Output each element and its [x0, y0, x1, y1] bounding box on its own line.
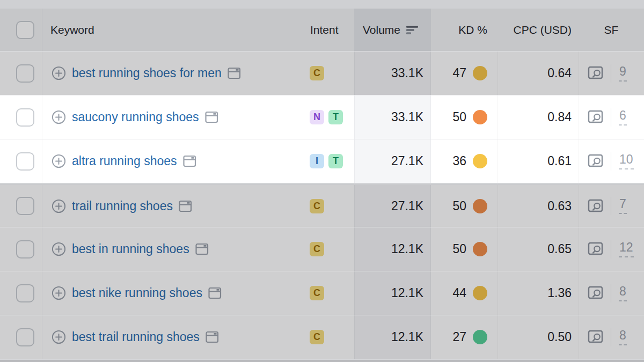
- row-checkbox[interactable]: [16, 197, 34, 215]
- serp-preview-icon[interactable]: [179, 200, 192, 212]
- sf-count-link[interactable]: 7: [619, 198, 627, 214]
- row-checkbox-cell: [0, 185, 42, 227]
- sf-divider: [611, 284, 611, 302]
- keyword-link[interactable]: best in running shoes: [72, 242, 189, 256]
- add-keyword-icon[interactable]: [52, 330, 66, 344]
- keyword-cell: altra running shoes: [42, 139, 301, 183]
- keyword-table: Keyword Intent Volume KD % CPC (USD) SF: [0, 0, 644, 362]
- analyze-serp-icon[interactable]: [588, 65, 604, 81]
- intent-cell: IT: [301, 139, 354, 183]
- select-all-checkbox[interactable]: [16, 21, 34, 39]
- add-keyword-icon[interactable]: [52, 154, 66, 168]
- header-checkbox-cell: [0, 9, 42, 51]
- add-keyword-icon[interactable]: [52, 199, 66, 213]
- intent-cell: NT: [301, 95, 354, 139]
- intent-cell: C: [301, 185, 354, 227]
- serp-preview-icon[interactable]: [208, 287, 222, 299]
- serp-preview-icon[interactable]: [206, 331, 219, 343]
- sf-count-link[interactable]: 8: [619, 329, 627, 345]
- keyword-link[interactable]: best nike running shoes: [72, 286, 202, 300]
- sf-count-link[interactable]: 8: [619, 285, 627, 301]
- table-row: trail running shoes C 27.1K 50 0.63: [0, 183, 644, 227]
- sf-cell: 12: [579, 227, 644, 271]
- sf-cell: 7: [579, 185, 644, 227]
- row-checkbox-cell: [0, 95, 42, 139]
- sf-divider: [611, 108, 611, 127]
- sf-count-link[interactable]: 10: [619, 153, 634, 169]
- row-checkbox-cell: [0, 315, 42, 359]
- keyword-cell: best in running shoes: [42, 227, 301, 271]
- keyword-cell: best nike running shoes: [42, 271, 301, 315]
- serp-preview-icon[interactable]: [205, 111, 218, 123]
- keyword-cell: saucony running shoes: [42, 95, 301, 139]
- top-strip: [0, 0, 644, 9]
- serp-preview-icon[interactable]: [183, 155, 196, 167]
- column-header-sf[interactable]: SF: [579, 9, 644, 51]
- kd-difficulty-dot: [473, 199, 487, 213]
- analyze-serp-icon[interactable]: [588, 109, 604, 125]
- sf-count-link[interactable]: 6: [619, 109, 627, 125]
- cpc-value: 0.61: [547, 154, 572, 168]
- add-keyword-icon[interactable]: [52, 66, 66, 80]
- column-header-kd[interactable]: KD %: [431, 9, 497, 51]
- serp-preview-icon[interactable]: [195, 243, 209, 255]
- column-header-sf-label: SF: [604, 24, 619, 36]
- kd-value: 44: [452, 286, 466, 300]
- analyze-serp-icon[interactable]: [588, 241, 604, 257]
- column-header-volume-label: Volume: [363, 24, 400, 36]
- kd-cell: 50: [431, 95, 497, 139]
- analyze-serp-icon[interactable]: [588, 285, 604, 301]
- kd-cell: 47: [431, 51, 497, 95]
- cpc-cell: 0.64: [497, 51, 579, 95]
- volume-value: 12.1K: [391, 242, 423, 256]
- keyword-link[interactable]: saucony running shoes: [72, 110, 199, 124]
- intent-badge-T: T: [328, 154, 343, 168]
- sf-cell: 10: [579, 139, 644, 183]
- analyze-serp-icon[interactable]: [588, 153, 604, 169]
- cpc-value: 0.64: [547, 66, 572, 80]
- intent-badge-N: N: [310, 110, 324, 124]
- row-checkbox[interactable]: [16, 64, 34, 83]
- kd-cell: 27: [431, 315, 497, 359]
- cpc-cell: 0.65: [497, 227, 579, 271]
- row-checkbox-cell: [0, 51, 42, 95]
- kd-value: 27: [452, 330, 466, 344]
- analyze-serp-icon[interactable]: [588, 198, 604, 214]
- sort-descending-icon: [406, 25, 420, 35]
- volume-cell: 27.1K: [354, 139, 431, 183]
- kd-value: 50: [452, 110, 466, 124]
- row-checkbox[interactable]: [16, 108, 34, 127]
- serp-preview-icon[interactable]: [228, 67, 241, 79]
- row-checkbox[interactable]: [16, 240, 34, 258]
- intent-badge-T: T: [328, 110, 343, 124]
- row-checkbox[interactable]: [16, 284, 34, 302]
- keyword-link[interactable]: best trail running shoes: [72, 330, 200, 344]
- kd-value: 50: [452, 242, 466, 256]
- sf-cell: 8: [579, 271, 644, 315]
- add-keyword-icon[interactable]: [52, 286, 66, 300]
- kd-difficulty-dot: [473, 242, 487, 256]
- sf-count-link[interactable]: 12: [619, 241, 634, 257]
- cpc-cell: 0.84: [497, 95, 579, 139]
- cpc-value: 0.63: [547, 199, 572, 213]
- column-header-cpc[interactable]: CPC (USD): [497, 9, 579, 51]
- column-header-volume[interactable]: Volume: [354, 9, 431, 51]
- row-checkbox[interactable]: [16, 152, 34, 171]
- row-checkbox-cell: [0, 271, 42, 315]
- row-checkbox[interactable]: [16, 328, 34, 346]
- intent-cell: C: [301, 315, 354, 359]
- keyword-link[interactable]: altra running shoes: [72, 154, 177, 168]
- keyword-link[interactable]: best running shoes for men: [72, 66, 222, 80]
- add-keyword-icon[interactable]: [52, 110, 66, 124]
- kd-cell: 50: [431, 227, 497, 271]
- add-keyword-icon[interactable]: [52, 242, 66, 256]
- intent-badge-C: C: [310, 199, 324, 213]
- keyword-link[interactable]: trail running shoes: [72, 199, 173, 213]
- bottom-strip: [0, 359, 644, 362]
- sf-count-link[interactable]: 9: [619, 65, 627, 82]
- analyze-serp-icon[interactable]: [588, 329, 604, 345]
- volume-value: 12.1K: [391, 286, 423, 300]
- kd-difficulty-dot: [473, 330, 487, 344]
- column-header-keyword-label: Keyword: [50, 24, 94, 36]
- cpc-cell: 0.61: [497, 139, 579, 183]
